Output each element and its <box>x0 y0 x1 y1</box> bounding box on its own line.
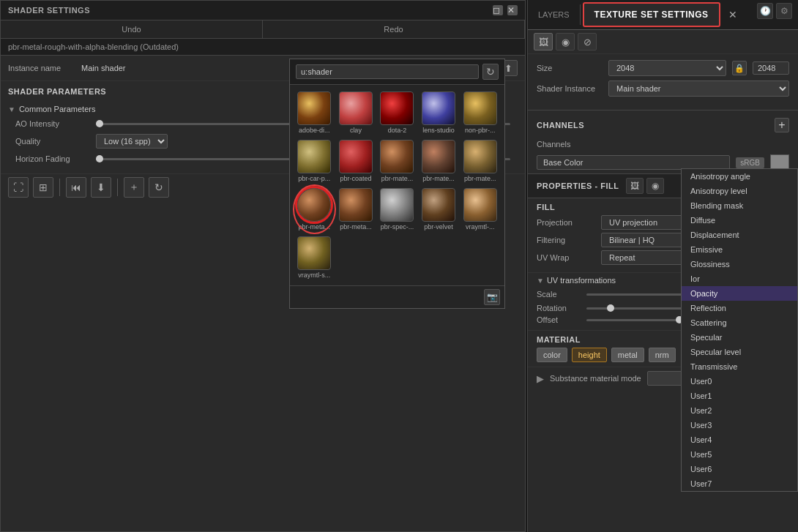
shader-item-mate3[interactable]: pbr-mate... <box>460 138 500 184</box>
size-label: Size <box>537 64 603 72</box>
shader-label-vray2: vraymtl-s... <box>298 271 330 279</box>
dropdown-item-specular-level[interactable]: Specular level <box>682 345 797 359</box>
history-icon[interactable]: 🕐 <box>757 3 773 19</box>
dropdown-item-user2[interactable]: User2 <box>682 403 797 418</box>
nrm-btn[interactable]: nrm <box>649 348 676 362</box>
dropdown-item-scattering[interactable]: Scattering <box>682 315 797 330</box>
toolbar-btn-fullscreen[interactable]: ⛶ <box>8 177 29 198</box>
shader-thumb-nonpbr <box>463 91 497 125</box>
dropdown-item-blending-mask[interactable]: Blending mask <box>682 198 797 213</box>
shader-item-mate2[interactable]: pbr-mate... <box>419 138 459 184</box>
right-panel-header: LAYERS TEXTURE SET SETTINGS ✕ 🕐 ⚙ <box>528 0 798 30</box>
close-icon[interactable]: ✕ <box>507 5 518 15</box>
srgb-badge: sRGB <box>736 157 764 168</box>
dropdown-item-opacity[interactable]: Opacity <box>682 286 797 301</box>
shader-item-vray1[interactable]: vraymtl-... <box>460 186 500 233</box>
settings-icon[interactable]: ⚙ <box>776 3 792 19</box>
size-select[interactable]: 2048 <box>608 60 726 76</box>
sphere-icon-btn[interactable]: ◉ <box>556 33 575 50</box>
dropdown-item-specular[interactable]: Specular <box>682 330 797 345</box>
texture-icon-btn[interactable]: 🖼 <box>534 33 553 50</box>
dropdown-item-glossiness[interactable]: Glossiness <box>682 257 797 271</box>
dropdown-item-ior[interactable]: Ior <box>682 271 797 286</box>
scale-label: Scale <box>537 290 581 299</box>
shader-item-coated[interactable]: pbr-coated <box>336 138 376 184</box>
layers-tab[interactable]: LAYERS <box>528 4 581 25</box>
size-row: Size 2048 🔒 <box>537 60 789 76</box>
shader-label-mate2: pbr-mate... <box>422 175 455 182</box>
restore-icon[interactable]: ◻ <box>493 5 503 15</box>
shader-item-nonpbr[interactable]: non-pbr-... <box>460 89 500 136</box>
shader-item-lens[interactable]: lens-studio <box>419 89 459 136</box>
metal-btn[interactable]: metal <box>611 348 644 362</box>
shader-item-dota[interactable]: dota-2 <box>377 89 417 136</box>
shader-item-clay[interactable]: clay <box>336 89 376 136</box>
shader-thumb-clay <box>339 91 373 125</box>
height-btn[interactable]: height <box>572 348 607 362</box>
picker-footer: 📷 <box>290 285 504 308</box>
toolbar-btn-refresh[interactable]: ↻ <box>149 177 169 198</box>
dropdown-item-user6[interactable]: User6 <box>682 462 797 476</box>
toolbar-btn-prev[interactable]: ⏮ <box>66 177 86 198</box>
undo-button[interactable]: Undo <box>1 20 263 38</box>
horizon-fading-label: Horizon Fading <box>15 154 89 163</box>
dropdown-item-user7[interactable]: User7 <box>682 476 797 491</box>
texture-set-tab[interactable]: TEXTURE SET SETTINGS <box>583 2 720 27</box>
close-texture-set-btn[interactable]: ✕ <box>726 7 740 22</box>
shader-item-selected[interactable]: pbr-meta... <box>294 186 335 233</box>
quality-select[interactable]: Low (16 spp) <box>96 134 168 149</box>
size-lock-value[interactable] <box>753 61 789 75</box>
prop-icon-sphere[interactable]: ◉ <box>646 178 664 194</box>
dropdown-item-anisotropy-angle[interactable]: Anisotropy angle <box>682 169 797 184</box>
shader-thumb-vray2 <box>297 236 331 270</box>
camera-button[interactable]: 📷 <box>484 289 500 305</box>
dropdown-item-user0[interactable]: User0 <box>682 374 797 389</box>
dropdown-item-user4[interactable]: User4 <box>682 432 797 447</box>
shader-label-dota: dota-2 <box>388 127 407 134</box>
dropdown-item-displacement[interactable]: Displacement <box>682 228 797 242</box>
dropdown-item-anisotropy-level[interactable]: Anisotropy level <box>682 184 797 198</box>
shader-item-meta2[interactable]: pbr-meta... <box>336 186 376 233</box>
shader-file-label: pbr-metal-rough-with-alpha-blending (Out… <box>8 42 179 51</box>
toolbar-btn-down[interactable]: ⬇ <box>91 177 111 198</box>
shader-thumb-vray1 <box>463 188 497 222</box>
shader-label-adobe: adobe-di... <box>299 127 330 134</box>
shader-item-vray2[interactable]: vraymtl-s... <box>294 234 335 281</box>
dropdown-item-diffuse[interactable]: Diffuse <box>682 213 797 228</box>
shader-label-carb: pbr-car-p... <box>298 175 330 182</box>
channel-item-channels: Channels <box>528 137 798 151</box>
channels-header: CHANNELS + <box>528 113 798 137</box>
shader-item-velvet[interactable]: pbr-velvet <box>419 186 459 233</box>
add-channel-btn[interactable]: + <box>775 118 789 132</box>
dropdown-item-user1[interactable]: User1 <box>682 389 797 403</box>
toolbar-btn-grid[interactable]: ⊞ <box>33 177 53 198</box>
shader-instance-select[interactable]: Main shader <box>608 80 789 97</box>
toolbar-btn-add[interactable]: ＋ <box>124 177 144 198</box>
shader-label-mate1: pbr-mate... <box>381 175 414 182</box>
redo-button[interactable]: Redo <box>263 20 525 38</box>
picker-refresh-btn[interactable]: ↻ <box>482 64 499 80</box>
color-btn[interactable]: color <box>537 348 567 362</box>
toolbar-sep-2 <box>117 179 118 196</box>
blocked-icon-btn[interactable]: ⊘ <box>578 33 597 50</box>
dropdown-item-user5[interactable]: User5 <box>682 447 797 462</box>
prop-icon-texture[interactable]: 🖼 <box>626 178 644 194</box>
shader-item-carb[interactable]: pbr-car-p... <box>294 138 335 184</box>
quality-label: Quality <box>15 137 89 146</box>
shader-panel-title: SHADER SETTINGS <box>8 6 90 15</box>
dropdown-item-emissive[interactable]: Emissive <box>682 242 797 257</box>
size-lock-icon[interactable]: 🔒 <box>732 61 747 75</box>
shader-item-adobe[interactable]: adobe-di... <box>294 89 335 136</box>
shader-search-input[interactable] <box>296 64 479 79</box>
instance-name-label: Instance name <box>8 64 74 72</box>
dropdown-item-user3[interactable]: User3 <box>682 418 797 432</box>
offset-label: Offset <box>537 315 581 324</box>
settings-section: Size 2048 🔒 Shader Instance Main shader <box>528 54 798 107</box>
base-color-input[interactable] <box>537 155 730 170</box>
dropdown-item-transmissive[interactable]: Transmissive <box>682 359 797 374</box>
shader-label-mate3: pbr-mate... <box>464 175 496 182</box>
dropdown-item-reflection[interactable]: Reflection <box>682 301 797 315</box>
projection-label: Projection <box>537 218 595 227</box>
shader-item-mate1[interactable]: pbr-mate... <box>377 138 417 184</box>
shader-item-spec[interactable]: pbr-spec-... <box>377 186 417 233</box>
